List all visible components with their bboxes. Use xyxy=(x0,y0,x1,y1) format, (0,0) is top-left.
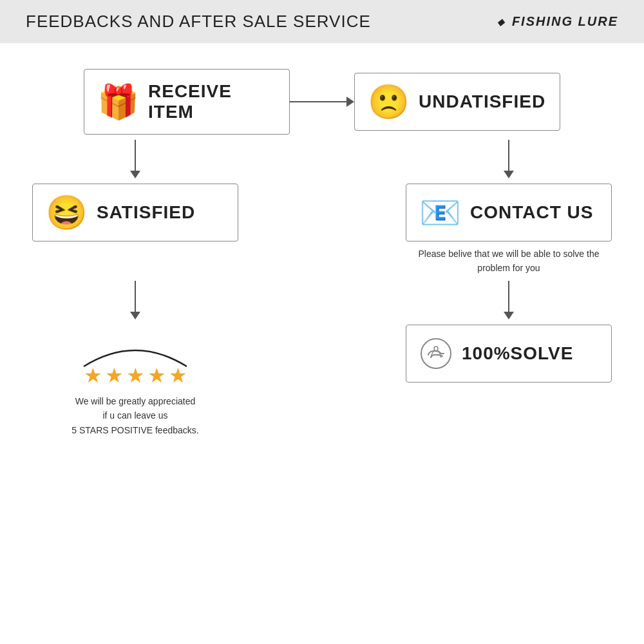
header-title: FEEDBACKS AND AFTER SALE SERVICE xyxy=(26,12,371,32)
contact-us-box: 📧 CONTACT US xyxy=(406,184,612,242)
diamond-icon: ◆ xyxy=(497,17,506,27)
solve-label: 100%SOLVE xyxy=(462,343,573,364)
header: FEEDBACKS AND AFTER SALE SERVICE ◆ FISHI… xyxy=(0,0,644,43)
stars-section: ★ ★ ★ ★ ★ We will be greatly appreciated… xyxy=(71,331,200,437)
left-down-arrow-2 xyxy=(32,276,238,325)
arrows-row-1 xyxy=(0,135,644,184)
stars-text: We will be greatly appreciatedif u can l… xyxy=(71,394,198,437)
middle-flow-row: 😆 SATISFIED 📧 CONTACT US Please belive t… xyxy=(0,184,644,276)
contact-us-label: CONTACT US xyxy=(470,202,593,223)
arrow-right-head xyxy=(346,97,354,107)
receive-item-col: 🎁 RECEIVE ITEM xyxy=(84,69,290,135)
left-down-arrow xyxy=(32,135,238,184)
svg-point-0 xyxy=(421,339,451,368)
undatisfied-col: 🙁 UNDATISFIED xyxy=(354,73,560,131)
star-3: ★ xyxy=(126,363,145,388)
undatisfied-label: UNDATISFIED xyxy=(419,91,545,112)
stars-col: ★ ★ ★ ★ ★ We will be greatly appreciated… xyxy=(32,325,238,437)
undatisfied-box: 🙁 UNDATISFIED xyxy=(354,73,560,131)
arrows-row-2 xyxy=(0,276,644,325)
header-brand: ◆ FISHING LURE xyxy=(497,14,618,29)
handshake-icon xyxy=(419,337,453,370)
solve-box: 100%SOLVE xyxy=(406,325,612,383)
contact-us-col: 📧 CONTACT US Please belive that we will … xyxy=(406,184,612,276)
satisfied-col: 😆 SATISFIED xyxy=(32,184,238,276)
undatisfied-emoji: 🙁 xyxy=(368,85,410,118)
top-flow-row: 🎁 RECEIVE ITEM 🙁 UNDATISFIED xyxy=(0,69,644,135)
receive-item-emoji: 🎁 xyxy=(97,85,139,118)
arrow-down-left xyxy=(130,140,140,178)
star-2: ★ xyxy=(105,363,124,388)
star-4: ★ xyxy=(147,363,166,388)
bottom-flow-row: ★ ★ ★ ★ ★ We will be greatly appreciated… xyxy=(0,325,644,437)
solve-col: 100%SOLVE xyxy=(406,325,612,383)
stars-row: ★ ★ ★ ★ ★ xyxy=(84,363,187,388)
right-down-arrow-2 xyxy=(406,276,612,325)
receive-item-box: 🎁 RECEIVE ITEM xyxy=(84,69,290,135)
arrow-right-line xyxy=(290,101,346,102)
brand-name: FISHING LURE xyxy=(512,14,618,29)
satisfied-box: 😆 SATISFIED xyxy=(32,184,238,242)
star-1: ★ xyxy=(84,363,102,388)
contact-description: Please belive that we will be able to so… xyxy=(412,247,605,276)
arrow-down-right xyxy=(504,140,514,178)
satisfied-label: SATISFIED xyxy=(97,202,195,223)
horizontal-arrow-connector xyxy=(290,97,354,107)
satisfied-emoji: 😆 xyxy=(46,196,88,229)
receive-item-label: RECEIVE ITEM xyxy=(148,81,276,122)
star-5: ★ xyxy=(169,363,187,388)
contact-us-emoji: 📧 xyxy=(419,196,461,229)
right-down-arrow xyxy=(406,135,612,184)
